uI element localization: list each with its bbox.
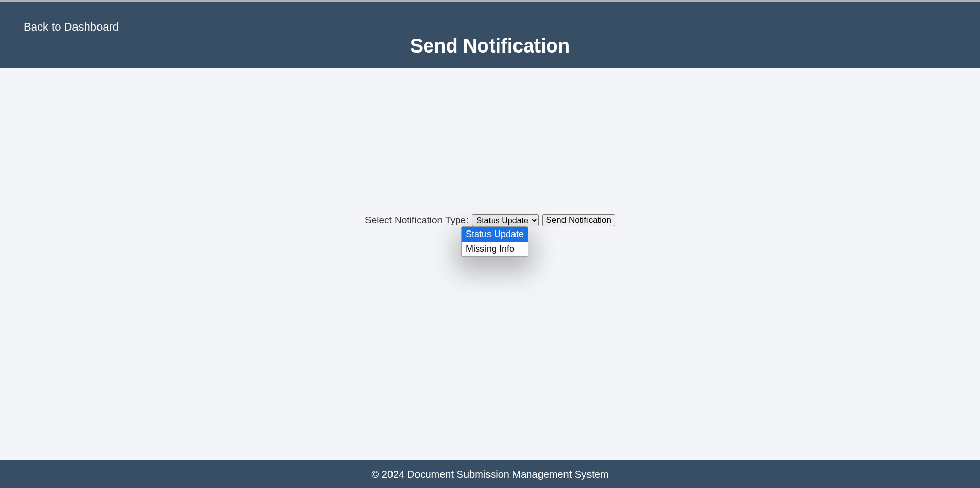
page-title: Send Notification xyxy=(23,35,957,57)
footer-copyright: © 2024 Document Submission Management Sy… xyxy=(372,469,609,480)
dropdown-option-status-update[interactable]: Status Update xyxy=(462,227,528,242)
back-to-dashboard-link[interactable]: Back to Dashboard xyxy=(23,20,119,34)
notification-type-select[interactable]: Status Update xyxy=(472,214,539,226)
send-notification-button[interactable]: Send Notification xyxy=(542,214,615,226)
dropdown-option-missing-info[interactable]: Missing Info xyxy=(462,242,528,256)
page-header: Back to Dashboard Send Notification xyxy=(0,2,980,68)
notification-type-dropdown: Status Update Missing Info xyxy=(461,226,528,257)
notification-type-label: Select Notification Type: xyxy=(365,215,469,226)
page-footer: © 2024 Document Submission Management Sy… xyxy=(0,460,980,488)
notification-form-row: Select Notification Type: Status Update … xyxy=(365,214,615,226)
main-content: Select Notification Type: Status Update … xyxy=(0,68,980,372)
